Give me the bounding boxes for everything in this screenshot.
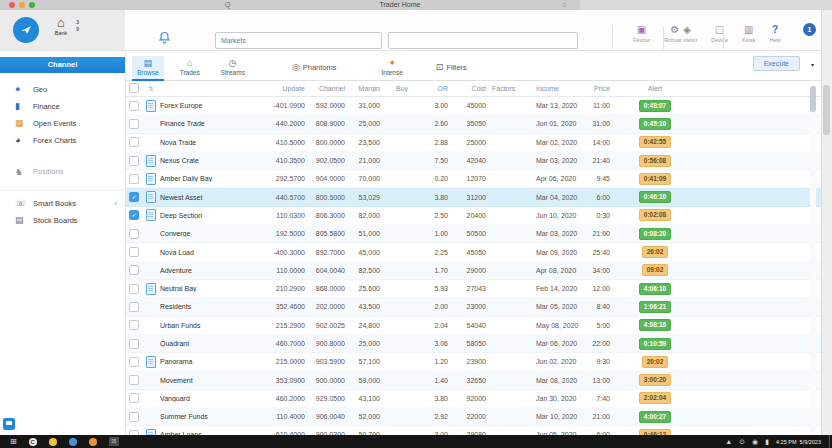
table-row[interactable]: Nova Load-400.3000892.700045,0002.254505… xyxy=(126,243,822,261)
window-scrollbar-thumb[interactable] xyxy=(823,85,830,135)
tab-phantoms[interactable]: ◎Phantoms xyxy=(287,56,342,80)
table-row[interactable]: ✓Deep Section110.0300806.300082,0002.502… xyxy=(126,207,822,225)
help-button[interactable]: ?Help xyxy=(769,24,780,43)
cell-channel: 929.0500 xyxy=(305,395,345,402)
execute-button[interactable]: Execute xyxy=(753,56,800,71)
app-logo-icon[interactable] xyxy=(13,17,39,43)
sidebar-item-forex-charts[interactable]: ◕Forex Charts xyxy=(0,132,125,149)
row-checkbox[interactable] xyxy=(129,320,139,330)
home-button[interactable]: ⌂ Bank xyxy=(50,16,72,36)
table-scrollbar-thumb[interactable] xyxy=(810,86,816,112)
kiosk-button[interactable]: ▥Kiosk xyxy=(742,24,755,43)
row-checkbox[interactable] xyxy=(129,119,139,129)
column-header-alert[interactable]: Alert xyxy=(610,85,700,92)
tab-streams[interactable]: ◷Streams xyxy=(216,56,250,80)
table-row[interactable]: Vanguard460.2000929.050043,1003.8092000J… xyxy=(126,390,822,408)
row-checkbox[interactable] xyxy=(129,302,139,312)
table-row[interactable]: Finance Trade440.2000808.900025,0002.603… xyxy=(126,115,822,133)
row-name: Vanguard xyxy=(160,395,260,402)
table-row[interactable]: Residents352.4600202.000043,5002.0023000… xyxy=(126,298,822,316)
row-checkbox[interactable] xyxy=(129,101,139,111)
row-checkbox[interactable] xyxy=(129,284,139,294)
table-row[interactable]: Neutral Bay210.2900868.000025,6005.93270… xyxy=(126,280,822,298)
column-header-buy[interactable]: Buy xyxy=(380,85,408,92)
table-scrollbar[interactable] xyxy=(810,84,816,432)
column-header-factors[interactable]: Factors xyxy=(486,85,516,92)
column-header-channel[interactable]: Channel xyxy=(305,85,345,92)
table-row[interactable]: Urban Funds215.2900902.002524,8002.04540… xyxy=(126,317,822,335)
row-checkbox[interactable]: ✓ xyxy=(129,210,139,220)
start-button-icon[interactable]: ⊞ xyxy=(10,435,17,448)
row-checkbox[interactable] xyxy=(129,357,139,367)
app-yellow-icon[interactable] xyxy=(49,438,57,446)
app-blue-icon[interactable] xyxy=(69,438,77,446)
select-all-checkbox[interactable] xyxy=(129,83,139,93)
sidebar-item-stock-boards[interactable]: ▤Stock Boards xyxy=(0,212,125,229)
row-checkbox[interactable] xyxy=(129,339,139,349)
tab-intense[interactable]: ✦Intense xyxy=(377,56,408,80)
taskbar-tile[interactable]: 35 xyxy=(109,437,119,446)
pin-icon[interactable]: ○ xyxy=(562,0,566,10)
row-checkbox[interactable] xyxy=(129,393,139,403)
table-row[interactable]: Summer Funds110.4000906.004052,0002.9222… xyxy=(126,408,822,426)
sort-icon[interactable]: ⇅ xyxy=(142,85,160,92)
table-row[interactable]: Converge192.5000805.580051,0001.0050500M… xyxy=(126,225,822,243)
cell-margin: 43,100 xyxy=(345,395,380,402)
column-header-margin[interactable]: Margin xyxy=(345,85,380,92)
table-row[interactable]: ✓Newest Asset440.5700800.500053,0293.803… xyxy=(126,188,822,206)
zoom-window-icon[interactable] xyxy=(29,2,35,8)
column-header-cost[interactable]: Cost xyxy=(448,85,486,92)
column-header-or[interactable]: OR xyxy=(408,85,448,92)
row-checkbox[interactable] xyxy=(129,265,139,275)
row-checkbox[interactable]: ✓ xyxy=(129,192,139,202)
table-row[interactable]: Forex Europe-401.0900592.000031,0003.004… xyxy=(126,97,822,115)
table-row[interactable]: Adventure110.0000604.004082,5001.7029000… xyxy=(126,262,822,280)
sidebar-item-smart-books[interactable]: ☏Smart Books› xyxy=(0,195,125,212)
chat-bubble-icon[interactable] xyxy=(3,418,15,430)
close-window-icon[interactable] xyxy=(9,2,15,8)
row-checkbox[interactable] xyxy=(129,229,139,239)
tab-trades[interactable]: ⌂Trades xyxy=(175,56,205,80)
tray-expand-icon[interactable]: ▲ xyxy=(725,438,732,445)
chrome-icon[interactable]: C xyxy=(29,438,37,446)
notification-badge[interactable]: 1 xyxy=(803,23,816,36)
row-checkbox[interactable] xyxy=(129,247,139,257)
sidebar-item-open-events[interactable]: ▦Open Events xyxy=(0,115,125,132)
cell-or: 2.92 xyxy=(408,413,448,420)
table-row[interactable]: Panorama215.0000903.590057,1001.2023900J… xyxy=(126,353,822,371)
row-checkbox[interactable] xyxy=(129,156,139,166)
column-header-update[interactable]: Update xyxy=(260,85,305,92)
window-scrollbar[interactable] xyxy=(821,10,832,435)
table-row[interactable]: Movement353.0900900.000059,0001.4032650M… xyxy=(126,371,822,389)
device-button[interactable]: ▢Device xyxy=(711,24,728,43)
filter-input[interactable] xyxy=(388,32,578,49)
column-header-price[interactable]: Price xyxy=(576,85,610,92)
search-input[interactable] xyxy=(215,32,382,49)
table-row[interactable]: Quadrant460.7000900.800025,0003.0658050M… xyxy=(126,335,822,353)
tab-browse[interactable]: ▤Browse xyxy=(132,56,164,80)
chevron-down-icon[interactable]: ▾ xyxy=(811,61,814,68)
table-row[interactable]: Amber Daily Bay292.5700904.000070,0000.2… xyxy=(126,170,822,188)
fav-button[interactable]: ▣Favour xyxy=(633,24,650,43)
battery-icon[interactable]: ▮ xyxy=(765,438,769,446)
row-checkbox[interactable] xyxy=(129,375,139,385)
table-row[interactable]: Amber Loans610.4000900.030050,7003.00290… xyxy=(126,426,822,435)
row-checkbox[interactable] xyxy=(129,412,139,422)
network-icon[interactable]: ⊙ xyxy=(739,438,745,446)
row-checkbox[interactable] xyxy=(129,174,139,184)
sidebar-item-finance[interactable]: ▮Finance xyxy=(0,98,125,115)
volume-icon[interactable]: ◉ xyxy=(752,438,758,446)
sidebar-active-item[interactable]: Channel xyxy=(0,57,125,73)
tab-filters[interactable]: ⊡Filters xyxy=(431,56,472,80)
sidebar-item-geo[interactable]: ●Geo xyxy=(0,81,125,98)
table-row[interactable]: Nova Trade410.5000800.000023,5002.882500… xyxy=(126,134,822,152)
column-header-income[interactable]: Income xyxy=(516,85,576,92)
bell-icon[interactable] xyxy=(158,30,171,48)
cell-price: 34:00 xyxy=(576,267,610,274)
vision-button[interactable]: ⚙◈Robust vision xyxy=(664,24,697,43)
table-row[interactable]: Nexus Crate410.3500902.050021,0007.50420… xyxy=(126,152,822,170)
minimize-window-icon[interactable] xyxy=(19,2,25,8)
taskbar-clock[interactable]: 4:25 PM 5/9/2023 xyxy=(776,439,821,445)
row-checkbox[interactable] xyxy=(129,137,139,147)
app-orange-icon[interactable] xyxy=(89,438,97,446)
